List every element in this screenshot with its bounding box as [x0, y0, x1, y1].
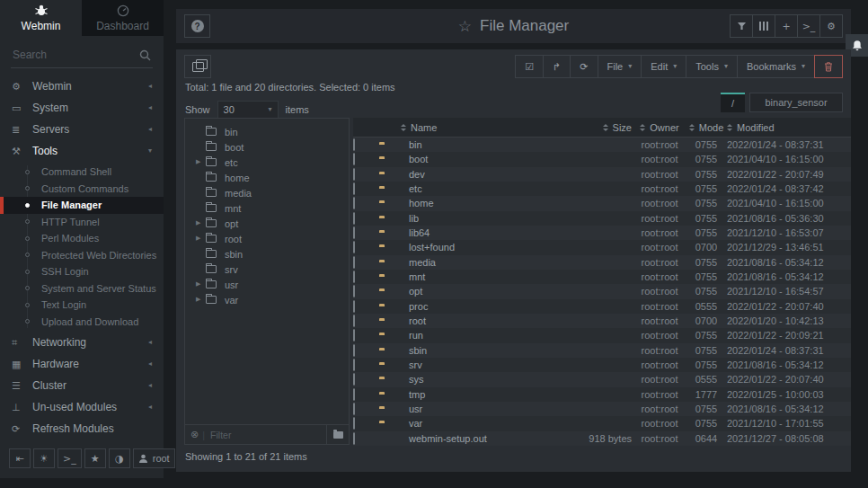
row-checkbox[interactable]	[353, 256, 355, 269]
table-row-media[interactable]: media root:root 0755 2021/08/16 - 05:34:…	[353, 255, 851, 270]
file-name[interactable]: sys	[409, 374, 551, 385]
row-checkbox[interactable]	[353, 388, 355, 401]
tree-item-opt[interactable]: ▶ opt	[185, 216, 349, 231]
export-button[interactable]: ↱	[543, 55, 571, 78]
table-row-tmp[interactable]: tmp root:root 1777 2022/01/25 - 10:00:03	[353, 387, 851, 402]
table-row-lib64[interactable]: lib64 root:root 0755 2021/12/10 - 16:53:…	[353, 226, 851, 240]
select-view-button[interactable]	[184, 55, 211, 78]
tree-item-etc[interactable]: ▶ etc	[185, 155, 349, 170]
add-button[interactable]: +	[775, 14, 798, 38]
sidebar-item-text-login[interactable]: Text Login	[0, 297, 164, 314]
table-row-var[interactable]: var root:root 0755 2021/12/10 - 17:01:55	[353, 416, 851, 430]
sidebar-item-un-used-modules[interactable]: ⊥ Un-used Modules ◂	[0, 396, 164, 418]
tree-folder-button[interactable]	[326, 425, 349, 444]
menu-tools[interactable]: Tools▾	[686, 55, 738, 78]
tree-item-srv[interactable]: srv	[185, 262, 349, 277]
delete-button[interactable]	[814, 55, 843, 78]
favorites-button[interactable]: ★	[84, 448, 106, 468]
table-row-boot[interactable]: boot root:root 0755 2021/04/10 - 16:15:0…	[353, 152, 851, 166]
path-search-input[interactable]	[749, 93, 843, 112]
table-row-bin[interactable]: bin root:root 0755 2022/01/24 - 08:37:31	[353, 138, 851, 152]
tree-item-home[interactable]: home	[185, 170, 349, 185]
row-checkbox[interactable]	[353, 300, 355, 313]
sidebar-item-upload-and-download[interactable]: Upload and Download	[0, 314, 164, 331]
file-name[interactable]: run	[409, 330, 551, 341]
help-button[interactable]: ?	[184, 14, 210, 38]
theme-button[interactable]: ☀	[33, 448, 55, 468]
file-name[interactable]: home	[409, 198, 551, 209]
file-name[interactable]: lib64	[409, 227, 551, 238]
row-checkbox[interactable]	[353, 403, 355, 415]
root-path-button[interactable]: /	[721, 93, 745, 112]
sidebar-item-custom-commands[interactable]: Custom Commands	[0, 181, 164, 198]
expand-arrow-icon[interactable]: ▶	[196, 235, 206, 242]
file-name[interactable]: lib	[409, 213, 551, 224]
tree-item-var[interactable]: ▶ var	[185, 292, 349, 307]
row-checkbox[interactable]	[353, 241, 355, 253]
row-checkbox[interactable]	[353, 417, 355, 430]
column-header-size[interactable]: Size	[551, 122, 633, 133]
file-name[interactable]: proc	[409, 301, 551, 312]
table-row-usr[interactable]: usr root:root 0755 2021/08/16 - 05:34:12	[353, 402, 851, 416]
tree-item-media[interactable]: media	[185, 185, 349, 200]
sidebar-item-networking[interactable]: ⌗ Networking ◂	[0, 332, 164, 353]
row-checkbox[interactable]	[353, 271, 355, 283]
tree-filter-input[interactable]	[208, 429, 326, 441]
table-row-lib[interactable]: lib root:root 0755 2021/08/16 - 05:36:30	[353, 211, 851, 226]
sidebar-item-protected-web-directories[interactable]: Protected Web Directories	[0, 247, 164, 264]
file-name[interactable]: opt	[409, 286, 551, 297]
tree-item-sbin[interactable]: sbin	[185, 246, 349, 262]
row-checkbox[interactable]	[353, 212, 355, 225]
tree-item-usr[interactable]: ▶ usr	[185, 277, 349, 292]
sidebar-item-cluster[interactable]: ☰ Cluster ◂	[0, 375, 164, 396]
sidebar-item-system[interactable]: ▭ System ◂	[0, 97, 164, 119]
search-input[interactable]	[11, 44, 153, 68]
tree-item-bin[interactable]: bin	[185, 124, 349, 139]
table-row-proc[interactable]: proc root:root 0555 2022/01/22 - 20:07:4…	[353, 299, 851, 314]
row-checkbox[interactable]	[353, 373, 355, 386]
table-row-etc[interactable]: etc root:root 0755 2022/01/24 - 08:37:42	[353, 182, 851, 196]
row-checkbox[interactable]	[353, 432, 355, 445]
file-name[interactable]: srv	[409, 359, 551, 370]
sidebar-item-refresh-modules[interactable]: ⟳ Refresh Modules	[0, 418, 164, 439]
collapse-sidebar-button[interactable]: ⇤	[9, 448, 31, 468]
filter-button[interactable]	[730, 14, 753, 38]
expand-arrow-icon[interactable]: ▶	[196, 159, 206, 165]
sidebar-item-file-manager[interactable]: File Manager	[0, 197, 164, 214]
row-checkbox[interactable]	[353, 285, 355, 297]
tree-item-mnt[interactable]: mnt	[185, 200, 349, 216]
table-row-sbin[interactable]: sbin root:root 0755 2022/01/24 - 08:37:3…	[353, 343, 851, 358]
table-row-home[interactable]: home root:root 0755 2021/04/10 - 16:15:0…	[353, 196, 851, 210]
file-name[interactable]: webmin-setup.out	[409, 433, 551, 444]
tab-webmin[interactable]: Webmin	[0, 0, 82, 36]
table-row-webmin-setup-out[interactable]: webmin-setup.out 918 bytes root:root 064…	[353, 431, 851, 446]
row-checkbox[interactable]	[353, 182, 355, 195]
table-row-opt[interactable]: opt root:root 0755 2021/12/10 - 16:54:57	[353, 284, 851, 298]
file-name[interactable]: bin	[409, 139, 551, 150]
refresh-button[interactable]: ⟳	[570, 55, 598, 78]
row-checkbox[interactable]	[353, 138, 355, 151]
column-header-mode[interactable]: Mode	[686, 122, 727, 133]
language-button[interactable]: ◑	[109, 448, 130, 468]
sidebar-item-system-and-server-status[interactable]: System and Server Status	[0, 280, 164, 297]
clear-filter-icon[interactable]: ⊗	[190, 430, 199, 439]
row-checkbox[interactable]	[353, 153, 355, 165]
expand-arrow-icon[interactable]: ▶	[196, 220, 206, 226]
columns-button[interactable]	[752, 14, 775, 38]
row-checkbox[interactable]	[353, 359, 355, 371]
page-size-select[interactable]: 30 ▾	[217, 101, 279, 119]
table-row-mnt[interactable]: mnt root:root 0755 2021/08/16 - 05:34:12	[353, 270, 851, 284]
column-header-modified[interactable]: Modified	[727, 122, 851, 133]
file-name[interactable]: media	[409, 257, 551, 268]
expand-arrow-icon[interactable]: ▶	[196, 297, 206, 303]
file-name[interactable]: var	[409, 418, 551, 429]
table-row-sys[interactable]: sys root:root 0555 2022/01/22 - 20:07:40	[353, 372, 851, 386]
sidebar-item-http-tunnel[interactable]: HTTP Tunnel	[0, 214, 164, 231]
terminal-button[interactable]: >_	[58, 448, 82, 468]
file-name[interactable]: tmp	[409, 389, 551, 400]
settings-button[interactable]: ⚙	[819, 14, 843, 38]
tree-item-root[interactable]: ▶ root	[185, 231, 349, 246]
table-row-dev[interactable]: dev root:root 0755 2022/01/22 - 20:07:49	[353, 167, 851, 182]
shell-button[interactable]: >_	[797, 14, 820, 38]
table-row-srv[interactable]: srv root:root 0755 2021/08/16 - 05:34:12	[353, 358, 851, 372]
